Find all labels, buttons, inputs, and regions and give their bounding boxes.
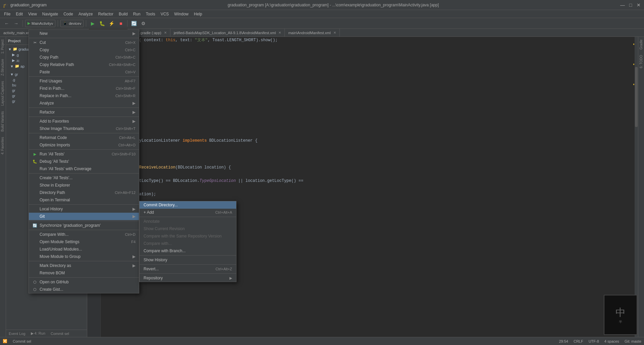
git-commit-dir[interactable]: Commit Directory... bbox=[140, 201, 236, 209]
sidebar-item-project[interactable]: 1: Project bbox=[0, 37, 6, 56]
ctx-refactor[interactable]: Refactor ▶ bbox=[29, 109, 139, 116]
menu-edit[interactable]: Edit bbox=[13, 11, 25, 17]
sidebar-item-captures[interactable]: Layout Captures bbox=[0, 78, 6, 108]
ctx-find-in-path[interactable]: Find in Path... Ctrl+Shift+F bbox=[29, 85, 139, 92]
ctx-load-modules[interactable]: Load/Unload Modules... bbox=[29, 246, 139, 253]
scrollbar-thumb[interactable] bbox=[635, 67, 638, 127]
coverage-button[interactable]: ⚡ bbox=[107, 19, 115, 27]
ctx-optimize[interactable]: Optimize Imports Ctrl+Alt+O bbox=[29, 141, 139, 149]
ctx-copy-relative[interactable]: Copy Relative Path Ctrl+Alt+Shift+C bbox=[29, 61, 139, 68]
ctx-copy-path[interactable]: Copy Path Ctrl+Shift+C bbox=[29, 54, 139, 61]
status-indent[interactable]: 4 spaces bbox=[604, 339, 619, 343]
forward-button[interactable]: → bbox=[12, 19, 20, 27]
ctx-module-settings[interactable]: Open Module Settings F4 bbox=[29, 238, 139, 246]
project-folder-icon: 📁 bbox=[13, 47, 17, 51]
ctx-replace-in-path[interactable]: Replace in Path... Ctrl+Shift+R bbox=[29, 92, 139, 99]
ctx-create-gist[interactable]: ⬡ Create Gist... bbox=[29, 286, 139, 293]
ctx-paste-label: Paste bbox=[40, 70, 50, 74]
tab-close-icon[interactable]: ✕ bbox=[333, 31, 336, 34]
maximize-button[interactable]: □ bbox=[628, 2, 633, 8]
ctx-mark-directory[interactable]: Mark Directory as ▶ bbox=[29, 262, 139, 269]
menu-analyze[interactable]: Analyze bbox=[76, 11, 96, 17]
git-add[interactable]: + Add Ctrl+Alt+A bbox=[140, 209, 236, 216]
sidebar-item-build-variants[interactable]: Build Variants bbox=[0, 109, 6, 134]
ctx-run-tests[interactable]: ▶ Run 'All Tests' Ctrl+Shift+F10 bbox=[29, 150, 139, 158]
sidebar-item-structure[interactable]: Z-Structure bbox=[0, 56, 6, 78]
ctx-dir-path-label: Directory Path bbox=[40, 190, 65, 195]
minimize-button[interactable]: — bbox=[620, 2, 625, 8]
device-dropdown[interactable]: 📱 devicev bbox=[60, 20, 84, 27]
git-compare-branch[interactable]: Compare with Branch... bbox=[140, 247, 236, 255]
menu-vcs[interactable]: VCS bbox=[158, 11, 172, 17]
ctx-local-history[interactable]: Local History ▶ bbox=[29, 205, 139, 213]
copy-path-icon bbox=[32, 55, 38, 60]
annotate-label: Annotate bbox=[144, 219, 160, 224]
gradle-tab[interactable]: Gradle bbox=[639, 37, 644, 52]
ctx-copy[interactable]: Copy Ctrl+C bbox=[29, 46, 139, 54]
git-repository[interactable]: Repository ▶ bbox=[140, 274, 236, 282]
module-settings-shortcut: F4 bbox=[131, 240, 136, 244]
title-bar: 🎓 graduation_program graduation_program … bbox=[0, 0, 644, 10]
menu-build[interactable]: Build bbox=[116, 11, 130, 17]
run-tab[interactable]: ▶ 4: Run bbox=[28, 331, 48, 336]
menu-help[interactable]: Help bbox=[191, 11, 205, 17]
ctx-open-terminal[interactable]: Open in Terminal bbox=[29, 196, 139, 204]
menu-window[interactable]: Window bbox=[171, 11, 191, 17]
ctx-create-tests-label: Create 'All Tests'... bbox=[40, 176, 72, 180]
file-icon: ▶ bbox=[12, 53, 15, 57]
ctx-synchronize[interactable]: 🔄 Synchronize 'graduation_program' bbox=[29, 222, 139, 229]
event-log-tab[interactable]: Event Log bbox=[6, 332, 28, 336]
todo-tab[interactable]: 6: TODO bbox=[639, 52, 644, 71]
commit-tab[interactable]: Commit sel bbox=[48, 332, 72, 336]
repository-arrow: ▶ bbox=[229, 276, 232, 280]
run-config-dropdown[interactable]: ▶ MainActivityv bbox=[25, 20, 55, 27]
vertical-scrollbar[interactable] bbox=[635, 37, 638, 337]
ctx-new[interactable]: New ▶ bbox=[29, 30, 139, 37]
replace-path-shortcut: Ctrl+Shift+R bbox=[115, 94, 136, 98]
menu-tools[interactable]: Tools bbox=[143, 11, 158, 17]
add-shortcut: Ctrl+Alt+A bbox=[215, 210, 232, 214]
show-revision-label: Show Current Revision bbox=[144, 226, 185, 231]
ctx-show-explorer[interactable]: Show in Explorer bbox=[29, 182, 139, 189]
avatar-image: 中 半 bbox=[615, 306, 626, 324]
ctx-remove-bom[interactable]: Remove BOM bbox=[29, 269, 139, 277]
menu-code[interactable]: Code bbox=[61, 11, 76, 17]
ctx-dir-path[interactable]: Directory Path Ctrl+Alt+F12 bbox=[29, 189, 139, 196]
ctx-create-tests[interactable]: Create 'All Tests'... bbox=[29, 174, 139, 182]
git-revert[interactable]: Revert... Ctrl+Alt+Z bbox=[140, 265, 236, 273]
stop-button[interactable]: ■ bbox=[117, 19, 125, 27]
ctx-run-coverage[interactable]: Run 'All Tests' with Coverage bbox=[29, 165, 139, 172]
ctx-find-usages[interactable]: Find Usages Alt+F7 bbox=[29, 77, 139, 85]
menu-refactor[interactable]: Refactor bbox=[96, 11, 116, 17]
menu-navigate[interactable]: Navigate bbox=[40, 11, 61, 17]
back-button[interactable]: ← bbox=[3, 19, 11, 27]
terminal-icon bbox=[32, 197, 38, 203]
tab-main-manifest[interactable]: main\AndroidManifest.xml ✕ bbox=[285, 29, 340, 37]
ctx-paste[interactable]: Paste Ctrl+V bbox=[29, 68, 139, 76]
ctx-compare-with[interactable]: Compare With... Ctrl+D bbox=[29, 231, 139, 238]
debug-button[interactable]: 🐛 bbox=[98, 19, 106, 27]
status-crlf[interactable]: CRLF bbox=[574, 339, 583, 343]
ctx-open-github[interactable]: ⬡ Open on GitHub bbox=[29, 278, 139, 286]
menu-run[interactable]: Run bbox=[130, 11, 143, 17]
ctx-replace-path-label: Replace in Path... bbox=[40, 93, 71, 98]
context-menu: New ▶ ✂ Cut Ctrl+X Copy Ctrl+C Copy Path… bbox=[29, 29, 139, 293]
ctx-git[interactable]: Git ▶ bbox=[29, 213, 139, 220]
sidebar-item-favorites[interactable]: 4: Favorites bbox=[0, 134, 6, 157]
ctx-reformat[interactable]: Reformat Code Ctrl+Alt+L bbox=[29, 134, 139, 141]
tab-close-icon[interactable]: ✕ bbox=[278, 31, 281, 34]
ctx-add-favorites[interactable]: Add to Favorites ▶ bbox=[29, 118, 139, 125]
run-button[interactable]: ▶ bbox=[89, 19, 97, 27]
status-encoding[interactable]: UTF-8 bbox=[589, 339, 599, 343]
ctx-analyze[interactable]: Analyze ▶ bbox=[29, 99, 139, 107]
menu-view[interactable]: View bbox=[25, 11, 40, 17]
git-show-history[interactable]: Show History bbox=[140, 256, 236, 264]
ctx-debug-tests[interactable]: 🐛 Debug 'All Tests' bbox=[29, 158, 139, 165]
close-button[interactable]: ✕ bbox=[636, 2, 641, 8]
sync-button[interactable]: 🔄 bbox=[130, 19, 138, 27]
menu-file[interactable]: File bbox=[1, 11, 13, 17]
ctx-move-module[interactable]: Move Module to Group ▶ bbox=[29, 253, 139, 260]
settings-button[interactable]: ⚙ bbox=[139, 19, 147, 27]
ctx-cut[interactable]: ✂ Cut Ctrl+X bbox=[29, 39, 139, 46]
ctx-image-thumbnails[interactable]: Show Image Thumbnails Ctrl+Shift+T bbox=[29, 125, 139, 132]
